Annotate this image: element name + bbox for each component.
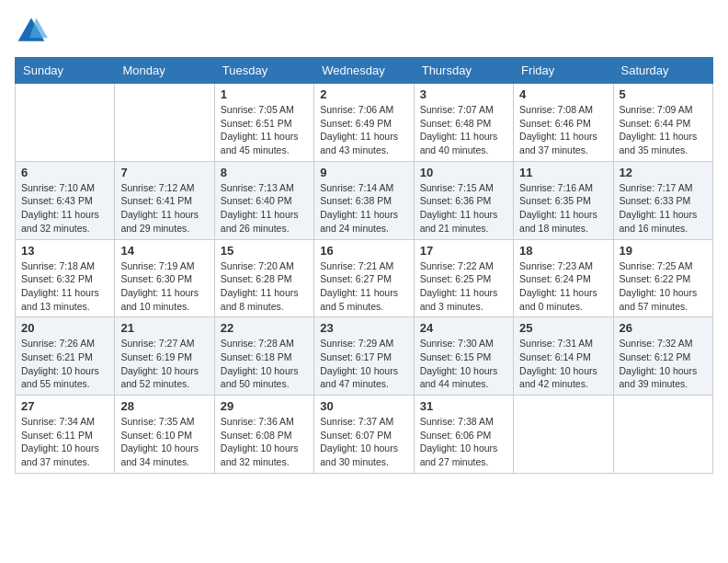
week-row-4: 20Sunrise: 7:26 AM Sunset: 6:21 PM Dayli… <box>16 317 713 396</box>
calendar-cell: 17Sunrise: 7:22 AM Sunset: 6:25 PM Dayli… <box>414 239 513 317</box>
calendar-cell: 11Sunrise: 7:16 AM Sunset: 6:35 PM Dayli… <box>514 161 613 239</box>
week-row-5: 27Sunrise: 7:34 AM Sunset: 6:11 PM Dayli… <box>16 396 713 474</box>
calendar-cell: 21Sunrise: 7:27 AM Sunset: 6:19 PM Dayli… <box>115 317 214 396</box>
day-info: Sunrise: 7:21 AM Sunset: 6:27 PM Dayligh… <box>320 259 407 314</box>
day-info: Sunrise: 7:36 AM Sunset: 6:08 PM Dayligh… <box>221 415 308 469</box>
day-info: Sunrise: 7:29 AM Sunset: 6:17 PM Dayligh… <box>320 337 407 391</box>
calendar-cell: 10Sunrise: 7:15 AM Sunset: 6:36 PM Dayli… <box>414 161 513 239</box>
calendar-cell: 30Sunrise: 7:37 AM Sunset: 6:07 PM Dayli… <box>314 396 414 474</box>
calendar-cell: 15Sunrise: 7:20 AM Sunset: 6:28 PM Dayli… <box>214 239 313 317</box>
day-number: 10 <box>420 166 507 179</box>
calendar-cell: 7Sunrise: 7:12 AM Sunset: 6:41 PM Daylig… <box>115 161 214 239</box>
day-number: 4 <box>519 87 607 101</box>
day-info: Sunrise: 7:25 AM Sunset: 6:22 PM Dayligh… <box>620 259 707 314</box>
day-number: 21 <box>120 321 208 335</box>
day-number: 20 <box>21 321 108 335</box>
day-info: Sunrise: 7:09 AM Sunset: 6:44 PM Dayligh… <box>620 103 707 157</box>
day-number: 23 <box>320 321 407 335</box>
calendar-cell: 25Sunrise: 7:31 AM Sunset: 6:14 PM Dayli… <box>514 317 613 396</box>
day-number: 17 <box>420 244 507 258</box>
day-info: Sunrise: 7:16 AM Sunset: 6:35 PM Dayligh… <box>519 181 607 236</box>
calendar-cell: 2Sunrise: 7:06 AM Sunset: 6:49 PM Daylig… <box>314 84 414 162</box>
calendar-cell <box>514 396 613 474</box>
day-info: Sunrise: 7:12 AM Sunset: 6:41 PM Dayligh… <box>120 181 208 236</box>
day-info: Sunrise: 7:31 AM Sunset: 6:14 PM Dayligh… <box>519 337 607 391</box>
page-header <box>15 15 713 48</box>
day-number: 30 <box>320 399 407 413</box>
calendar-cell: 6Sunrise: 7:10 AM Sunset: 6:43 PM Daylig… <box>16 161 115 239</box>
calendar-cell: 20Sunrise: 7:26 AM Sunset: 6:21 PM Dayli… <box>16 317 115 396</box>
calendar-cell: 24Sunrise: 7:30 AM Sunset: 6:15 PM Dayli… <box>414 317 513 396</box>
weekday-header-friday: Friday <box>514 58 613 84</box>
calendar-cell: 4Sunrise: 7:08 AM Sunset: 6:46 PM Daylig… <box>514 84 613 162</box>
day-info: Sunrise: 7:30 AM Sunset: 6:15 PM Dayligh… <box>420 337 507 391</box>
day-number: 15 <box>221 244 308 258</box>
weekday-header-row: SundayMondayTuesdayWednesdayThursdayFrid… <box>16 58 713 84</box>
day-info: Sunrise: 7:10 AM Sunset: 6:43 PM Dayligh… <box>21 181 108 236</box>
day-number: 19 <box>620 244 707 258</box>
day-info: Sunrise: 7:26 AM Sunset: 6:21 PM Dayligh… <box>21 337 108 391</box>
day-number: 9 <box>320 166 407 179</box>
calendar-table: SundayMondayTuesdayWednesdayThursdayFrid… <box>15 57 713 474</box>
week-row-2: 6Sunrise: 7:10 AM Sunset: 6:43 PM Daylig… <box>16 161 713 239</box>
day-number: 13 <box>21 244 108 258</box>
calendar-cell: 31Sunrise: 7:38 AM Sunset: 6:06 PM Dayli… <box>414 396 513 474</box>
calendar-cell: 13Sunrise: 7:18 AM Sunset: 6:32 PM Dayli… <box>16 239 115 317</box>
day-number: 24 <box>420 321 507 335</box>
day-info: Sunrise: 7:06 AM Sunset: 6:49 PM Dayligh… <box>320 103 407 157</box>
weekday-header-wednesday: Wednesday <box>314 58 414 84</box>
calendar-cell: 12Sunrise: 7:17 AM Sunset: 6:33 PM Dayli… <box>613 161 712 239</box>
calendar-cell: 22Sunrise: 7:28 AM Sunset: 6:18 PM Dayli… <box>214 317 313 396</box>
calendar-cell <box>16 84 115 162</box>
week-row-1: 1Sunrise: 7:05 AM Sunset: 6:51 PM Daylig… <box>16 84 713 162</box>
day-info: Sunrise: 7:15 AM Sunset: 6:36 PM Dayligh… <box>420 181 507 236</box>
day-info: Sunrise: 7:19 AM Sunset: 6:30 PM Dayligh… <box>120 259 208 314</box>
calendar-cell: 29Sunrise: 7:36 AM Sunset: 6:08 PM Dayli… <box>214 396 313 474</box>
day-info: Sunrise: 7:05 AM Sunset: 6:51 PM Dayligh… <box>221 103 308 157</box>
calendar-cell: 9Sunrise: 7:14 AM Sunset: 6:38 PM Daylig… <box>314 161 414 239</box>
day-info: Sunrise: 7:38 AM Sunset: 6:06 PM Dayligh… <box>420 415 507 469</box>
day-info: Sunrise: 7:32 AM Sunset: 6:12 PM Dayligh… <box>620 337 707 391</box>
calendar-cell: 1Sunrise: 7:05 AM Sunset: 6:51 PM Daylig… <box>214 84 313 162</box>
week-row-3: 13Sunrise: 7:18 AM Sunset: 6:32 PM Dayli… <box>16 239 713 317</box>
day-number: 12 <box>620 166 707 179</box>
calendar-cell: 19Sunrise: 7:25 AM Sunset: 6:22 PM Dayli… <box>613 239 712 317</box>
day-info: Sunrise: 7:20 AM Sunset: 6:28 PM Dayligh… <box>221 259 308 314</box>
day-number: 26 <box>620 321 707 335</box>
calendar-cell: 14Sunrise: 7:19 AM Sunset: 6:30 PM Dayli… <box>115 239 214 317</box>
calendar-cell: 26Sunrise: 7:32 AM Sunset: 6:12 PM Dayli… <box>613 317 712 396</box>
calendar-cell: 28Sunrise: 7:35 AM Sunset: 6:10 PM Dayli… <box>115 396 214 474</box>
day-number: 18 <box>519 244 607 258</box>
calendar-cell: 23Sunrise: 7:29 AM Sunset: 6:17 PM Dayli… <box>314 317 414 396</box>
day-number: 29 <box>221 399 308 413</box>
day-number: 1 <box>221 87 308 101</box>
day-number: 11 <box>519 166 607 179</box>
day-info: Sunrise: 7:18 AM Sunset: 6:32 PM Dayligh… <box>21 259 108 314</box>
day-info: Sunrise: 7:08 AM Sunset: 6:46 PM Dayligh… <box>519 103 607 157</box>
day-number: 22 <box>221 321 308 335</box>
day-info: Sunrise: 7:28 AM Sunset: 6:18 PM Dayligh… <box>221 337 308 391</box>
day-info: Sunrise: 7:23 AM Sunset: 6:24 PM Dayligh… <box>519 259 607 314</box>
day-number: 14 <box>120 244 208 258</box>
day-info: Sunrise: 7:27 AM Sunset: 6:19 PM Dayligh… <box>120 337 208 391</box>
day-info: Sunrise: 7:34 AM Sunset: 6:11 PM Dayligh… <box>21 415 108 469</box>
logo-icon <box>15 15 48 48</box>
day-info: Sunrise: 7:17 AM Sunset: 6:33 PM Dayligh… <box>620 181 707 236</box>
day-number: 2 <box>320 87 407 101</box>
day-info: Sunrise: 7:13 AM Sunset: 6:40 PM Dayligh… <box>221 181 308 236</box>
day-number: 3 <box>420 87 507 101</box>
calendar-cell: 8Sunrise: 7:13 AM Sunset: 6:40 PM Daylig… <box>214 161 313 239</box>
day-info: Sunrise: 7:22 AM Sunset: 6:25 PM Dayligh… <box>420 259 507 314</box>
weekday-header-saturday: Saturday <box>613 58 712 84</box>
day-number: 16 <box>320 244 407 258</box>
day-info: Sunrise: 7:07 AM Sunset: 6:48 PM Dayligh… <box>420 103 507 157</box>
weekday-header-monday: Monday <box>115 58 214 84</box>
logo <box>15 15 51 48</box>
calendar-cell: 16Sunrise: 7:21 AM Sunset: 6:27 PM Dayli… <box>314 239 414 317</box>
calendar-cell: 27Sunrise: 7:34 AM Sunset: 6:11 PM Dayli… <box>16 396 115 474</box>
day-info: Sunrise: 7:14 AM Sunset: 6:38 PM Dayligh… <box>320 181 407 236</box>
day-number: 5 <box>620 87 707 101</box>
calendar-cell <box>115 84 214 162</box>
day-info: Sunrise: 7:35 AM Sunset: 6:10 PM Dayligh… <box>120 415 208 469</box>
weekday-header-tuesday: Tuesday <box>214 58 313 84</box>
